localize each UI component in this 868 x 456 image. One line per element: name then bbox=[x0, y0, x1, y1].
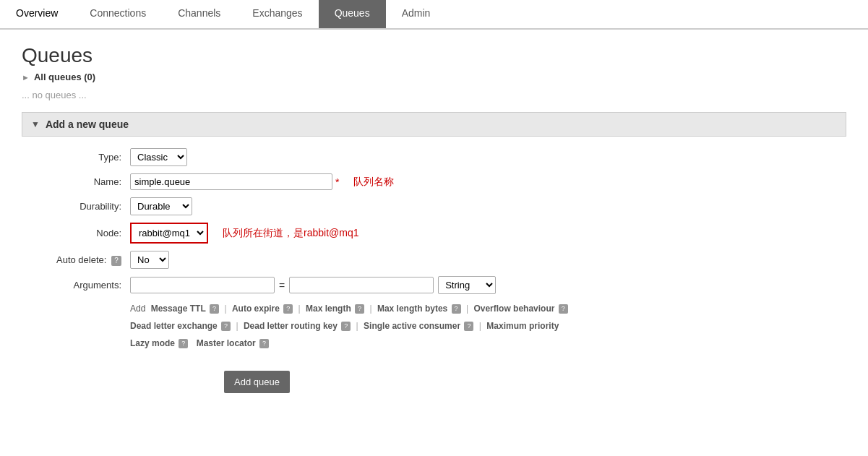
args-shortcuts: Add Message TTL ? | Auto expire ? | Max … bbox=[130, 300, 832, 352]
type-row: Type: Classic Quorum bbox=[36, 148, 832, 166]
all-queues-arrow: ► bbox=[22, 73, 30, 82]
nav-queues[interactable]: Queues bbox=[319, 0, 386, 28]
name-label: Name: bbox=[36, 176, 130, 187]
dead-letter-routing-key-help[interactable]: ? bbox=[341, 322, 351, 331]
no-queues-text: ... no queues ... bbox=[22, 90, 846, 100]
nav-admin[interactable]: Admin bbox=[386, 0, 447, 28]
arg-dead-letter-exchange[interactable]: Dead letter exchange bbox=[130, 321, 218, 331]
message-ttl-help[interactable]: ? bbox=[210, 304, 219, 314]
arguments-label: Arguments: bbox=[36, 276, 130, 291]
type-label: Type: bbox=[36, 152, 130, 163]
nav-overview[interactable]: Overview bbox=[0, 0, 74, 28]
durability-row: Durability: Durable Transient bbox=[36, 197, 832, 215]
name-input[interactable] bbox=[130, 173, 332, 190]
all-queues-label: All queues (0) bbox=[34, 72, 95, 82]
equals-sign: = bbox=[279, 280, 285, 291]
arg-single-active-consumer[interactable]: Single active consumer bbox=[364, 321, 460, 331]
all-queues-toggle[interactable]: ► All queues (0) bbox=[22, 72, 846, 82]
durability-select[interactable]: Durable Transient bbox=[130, 197, 192, 215]
add-label: Add bbox=[130, 304, 145, 314]
top-nav: Overview Connections Channels Exchanges … bbox=[0, 0, 868, 30]
page-title: Queues bbox=[22, 44, 846, 67]
section-arrow: ▼ bbox=[31, 119, 40, 129]
add-queue-button[interactable]: Add queue bbox=[224, 371, 290, 393]
args-inputs: = String Number Boolean bbox=[130, 276, 496, 294]
name-row: Name: * 队列名称 bbox=[36, 173, 832, 190]
single-active-consumer-help[interactable]: ? bbox=[464, 322, 473, 331]
nav-channels[interactable]: Channels bbox=[162, 0, 236, 28]
arg-max-length[interactable]: Max length bbox=[306, 304, 351, 314]
arg-lazy-mode[interactable]: Lazy mode bbox=[130, 338, 175, 348]
args-value-input[interactable] bbox=[289, 277, 434, 293]
nav-connections[interactable]: Connections bbox=[74, 0, 162, 28]
arg-dead-letter-routing-key[interactable]: Dead letter routing key bbox=[244, 321, 338, 331]
node-annotation: 队列所在街道，是rabbit@mq1 bbox=[223, 227, 358, 240]
arguments-row: Arguments: = String Number Boolean bbox=[36, 276, 832, 294]
dead-letter-exchange-help[interactable]: ? bbox=[221, 322, 231, 331]
auto-delete-row: Auto delete: ? No Yes bbox=[36, 251, 832, 269]
lazy-mode-help[interactable]: ? bbox=[179, 339, 188, 348]
auto-delete-help[interactable]: ? bbox=[111, 256, 121, 266]
queue-name-annotation: 队列名称 bbox=[353, 176, 394, 189]
arg-message-ttl[interactable]: Message TTL bbox=[151, 304, 206, 314]
arg-max-length-bytes[interactable]: Max length bytes bbox=[377, 304, 447, 314]
arg-master-locator[interactable]: Master locator bbox=[197, 338, 256, 348]
auto-expire-help[interactable]: ? bbox=[283, 304, 293, 314]
required-star: * bbox=[335, 176, 339, 188]
overflow-behaviour-help[interactable]: ? bbox=[559, 304, 568, 314]
durability-label: Durability: bbox=[36, 201, 130, 212]
arg-maximum-priority[interactable]: Maximum priority bbox=[486, 321, 559, 331]
nav-exchanges[interactable]: Exchanges bbox=[236, 0, 318, 28]
type-select[interactable]: Classic Quorum bbox=[130, 148, 187, 166]
node-select[interactable]: rabbit@mq1 bbox=[132, 225, 206, 241]
page-content: Queues ► All queues (0) ... no queues ..… bbox=[0, 30, 868, 408]
auto-delete-label: Auto delete: ? bbox=[36, 254, 130, 266]
add-queue-section-label: Add a new queue bbox=[46, 119, 129, 130]
max-length-help[interactable]: ? bbox=[355, 304, 364, 314]
master-locator-help[interactable]: ? bbox=[259, 339, 269, 348]
arg-overflow-behaviour[interactable]: Overflow behaviour bbox=[473, 304, 554, 314]
arg-auto-expire[interactable]: Auto expire bbox=[232, 304, 280, 314]
node-row: Node: rabbit@mq1 队列所在街道，是rabbit@mq1 bbox=[36, 223, 832, 244]
args-type-select[interactable]: String Number Boolean bbox=[438, 276, 496, 294]
args-key-input[interactable] bbox=[130, 277, 275, 293]
auto-delete-select[interactable]: No Yes bbox=[130, 251, 169, 269]
node-label: Node: bbox=[36, 228, 130, 238]
max-length-bytes-help[interactable]: ? bbox=[452, 304, 461, 314]
add-queue-form: Type: Classic Quorum Name: * 队列名称 Durabi… bbox=[22, 148, 846, 393]
add-queue-section-header[interactable]: ▼ Add a new queue bbox=[22, 112, 846, 137]
node-select-wrap: rabbit@mq1 bbox=[130, 223, 208, 244]
